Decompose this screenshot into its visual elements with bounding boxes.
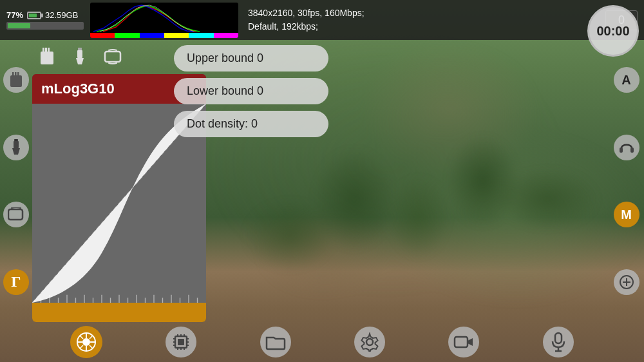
settings-panels: Upper bound 0 Lower bound 0 Dot density:… xyxy=(174,45,328,137)
upper-bound-setting[interactable]: Upper bound 0 xyxy=(174,45,328,71)
svg-rect-36 xyxy=(620,148,623,153)
svg-rect-14 xyxy=(14,139,18,141)
left-sidebar: Г xyxy=(0,40,32,322)
manual-button[interactable]: M xyxy=(614,202,639,227)
storage-bar xyxy=(6,22,84,30)
sd-card-button[interactable] xyxy=(3,67,29,93)
svg-marker-13 xyxy=(12,148,20,155)
svg-rect-66 xyxy=(455,337,468,347)
timer[interactable]: 00:00 xyxy=(587,5,639,57)
svg-rect-12 xyxy=(14,141,19,148)
svg-rect-8 xyxy=(10,75,22,87)
battery-info: 77% 32.59GB xyxy=(6,10,84,30)
upper-bound-label: Upper bound 0 xyxy=(187,52,263,64)
histogram-graph xyxy=(90,3,238,33)
storage-text: 32.59GB xyxy=(45,10,78,20)
svg-line-49 xyxy=(90,336,93,339)
auto-button[interactable]: A xyxy=(614,67,639,93)
gamma-button[interactable]: Г xyxy=(3,269,29,295)
add-button[interactable] xyxy=(614,269,639,295)
svg-rect-52 xyxy=(178,339,184,345)
battery-icon xyxy=(27,12,41,19)
mic-button[interactable] xyxy=(543,327,574,357)
histogram xyxy=(90,3,238,38)
lower-bound-setting[interactable]: Lower bound 0 xyxy=(174,78,328,104)
histogram-color-bar xyxy=(90,33,238,38)
svg-line-47 xyxy=(80,336,83,339)
headphone-button[interactable] xyxy=(614,135,639,160)
svg-rect-68 xyxy=(555,333,562,343)
top-bar: 77% 32.59GB xyxy=(0,0,644,40)
right-sidebar: A M xyxy=(609,40,644,322)
bottom-bar xyxy=(0,322,644,362)
svg-rect-11 xyxy=(17,72,19,77)
gamma-label: Г xyxy=(11,273,21,291)
dot-density-label: Dot density: 0 xyxy=(187,117,258,130)
svg-point-65 xyxy=(366,339,373,345)
settings-button[interactable] xyxy=(354,327,385,357)
svg-rect-10 xyxy=(15,72,17,77)
shutter-button[interactable] xyxy=(70,326,102,358)
svg-rect-15 xyxy=(8,209,23,220)
video-info-line2: Default, 192kbps; xyxy=(248,20,599,33)
storage-bar-used xyxy=(8,23,30,28)
mlog-footer xyxy=(32,303,206,322)
battery-fill xyxy=(29,14,37,17)
torch-button[interactable] xyxy=(3,135,29,160)
rotate-button[interactable] xyxy=(3,202,29,227)
svg-line-48 xyxy=(90,345,93,348)
mlog-label: mLog3G10 xyxy=(41,81,115,97)
lower-bound-label: Lower bound 0 xyxy=(187,84,263,97)
auto-label: A xyxy=(621,73,630,88)
video-button[interactable] xyxy=(448,327,479,357)
video-info-line1: 3840x2160, 30fps, 160Mbps; xyxy=(248,6,599,20)
chip-button[interactable] xyxy=(166,327,196,357)
battery-pct: 77% xyxy=(6,10,23,20)
manual-label: M xyxy=(621,207,632,222)
folder-button[interactable] xyxy=(260,327,291,357)
svg-point-42 xyxy=(82,338,90,346)
svg-rect-37 xyxy=(630,148,634,153)
svg-rect-9 xyxy=(12,72,14,77)
dot-density-setting[interactable]: Dot density: 0 xyxy=(174,111,328,137)
video-info: 3840x2160, 30fps, 160Mbps; Default, 192k… xyxy=(245,6,599,33)
svg-line-50 xyxy=(80,345,83,348)
